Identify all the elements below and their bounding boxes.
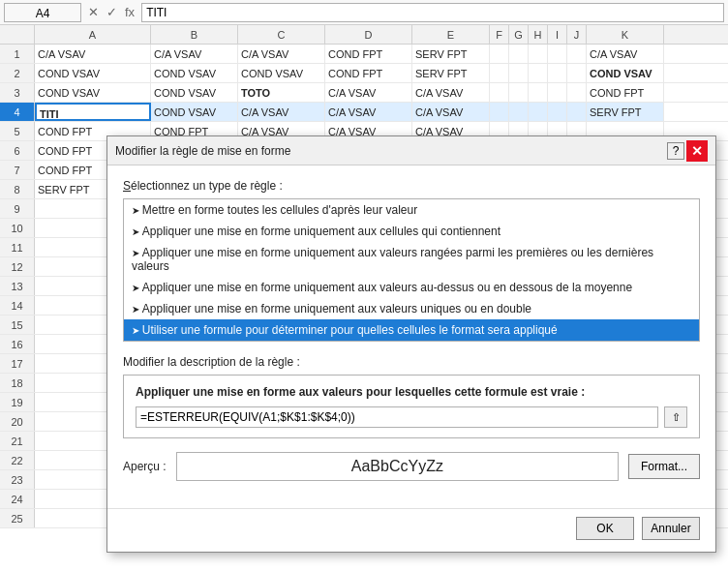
preview-box: AaBbCcYyZz — [176, 452, 619, 481]
dialog-close-button[interactable]: ✕ — [686, 140, 708, 162]
description-label: Modifier la description de la règle : — [123, 355, 700, 369]
formula-row: ⇧ — [136, 406, 687, 428]
dialog-help-button[interactable]: ? — [667, 142, 684, 160]
formula-select-button[interactable]: ⇧ — [664, 406, 687, 428]
rule-item-2[interactable]: Appliquer une mise en forme uniquement a… — [124, 242, 699, 277]
dialog-body: Sélectionnez un type de règle : Mettre e… — [107, 165, 715, 508]
rule-item-5[interactable]: Utiliser une formule pour déterminer pou… — [124, 319, 699, 341]
rule-type-label: Sélectionnez un type de règle : — [123, 179, 700, 193]
preview-label: Aperçu : — [123, 460, 167, 473]
rule-type-list: Mettre en forme toutes les cellules d'ap… — [123, 198, 700, 342]
dialog-titlebar: Modifier la règle de mise en forme ? ✕ — [107, 136, 715, 165]
dialog-titlebar-buttons: ? ✕ — [667, 140, 708, 162]
rule-item-4[interactable]: Appliquer une mise en forme uniquement a… — [124, 298, 699, 319]
dialog-footer: OK Annuler — [107, 508, 715, 552]
dialog-title: Modifier la règle de mise en forme — [115, 144, 290, 158]
cancel-button[interactable]: Annuler — [642, 517, 700, 540]
dialog-overlay: Modifier la règle de mise en forme ? ✕ S… — [0, 0, 728, 571]
rule-item-0[interactable]: Mettre en forme toutes les cellules d'ap… — [124, 199, 699, 221]
format-button[interactable]: Format... — [628, 454, 700, 479]
rule-item-3[interactable]: Appliquer une mise en forme uniquement a… — [124, 277, 699, 298]
ok-button[interactable]: OK — [576, 517, 634, 540]
preview-section: Aperçu : AaBbCcYyZz Format... — [123, 452, 700, 481]
rule-item-1[interactable]: Appliquer une mise en forme uniquement a… — [124, 221, 699, 242]
description-title: Appliquer une mise en forme aux valeurs … — [136, 385, 687, 399]
conditional-format-dialog: Modifier la règle de mise en forme ? ✕ S… — [106, 135, 716, 553]
description-section: Appliquer une mise en forme aux valeurs … — [123, 375, 700, 438]
formula-field[interactable] — [136, 406, 658, 428]
